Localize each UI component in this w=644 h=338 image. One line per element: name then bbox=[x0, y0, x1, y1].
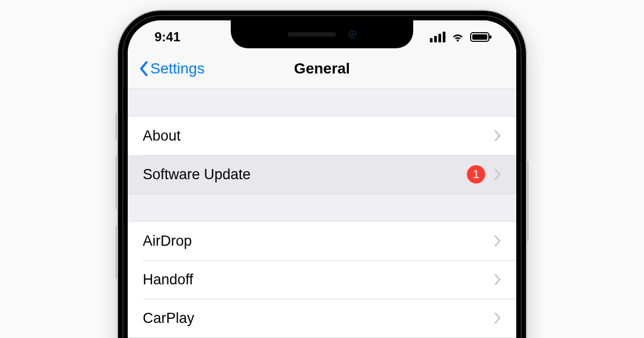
notch bbox=[231, 20, 413, 48]
chevron-right-icon bbox=[494, 312, 501, 325]
settings-list-1: About Software Update 1 bbox=[128, 116, 516, 194]
chevron-right-icon bbox=[494, 234, 501, 247]
navigation-bar: Settings General bbox=[128, 48, 516, 89]
chevron-right-icon bbox=[494, 129, 501, 142]
back-button[interactable]: Settings bbox=[138, 60, 204, 77]
row-label: About bbox=[143, 128, 181, 144]
volume-up-button bbox=[115, 156, 118, 209]
wifi-icon bbox=[451, 32, 465, 42]
row-software-update[interactable]: Software Update 1 bbox=[128, 155, 516, 194]
iphone-frame: 9:41 Settings General bbox=[118, 11, 526, 338]
section-gap bbox=[128, 194, 516, 221]
front-camera bbox=[349, 31, 356, 38]
mute-switch bbox=[115, 113, 118, 139]
row-label: AirDrop bbox=[143, 233, 192, 249]
section-gap bbox=[128, 89, 516, 116]
row-label: Software Update bbox=[143, 166, 251, 183]
volume-down-button bbox=[115, 225, 118, 279]
power-button bbox=[526, 161, 529, 241]
chevron-right-icon bbox=[494, 273, 501, 286]
row-about[interactable]: About bbox=[128, 116, 516, 155]
notification-badge: 1 bbox=[467, 165, 485, 183]
back-label: Settings bbox=[150, 60, 204, 77]
chevron-right-icon bbox=[494, 168, 501, 181]
chevron-left-icon bbox=[138, 61, 148, 77]
screen: 9:41 Settings General bbox=[128, 20, 516, 338]
battery-icon bbox=[470, 32, 489, 42]
settings-list-2: AirDrop Handoff CarPlay bbox=[128, 221, 516, 338]
row-airdrop[interactable]: AirDrop bbox=[128, 222, 516, 260]
status-right bbox=[430, 26, 489, 42]
speaker-grille bbox=[288, 32, 336, 36]
row-label: Handoff bbox=[143, 271, 193, 288]
row-handoff[interactable]: Handoff bbox=[128, 260, 516, 299]
status-time: 9:41 bbox=[155, 24, 180, 45]
row-carplay[interactable]: CarPlay bbox=[128, 299, 516, 337]
page-title: General bbox=[294, 60, 350, 77]
cellular-signal-icon bbox=[430, 32, 445, 42]
row-label: CarPlay bbox=[143, 310, 194, 327]
